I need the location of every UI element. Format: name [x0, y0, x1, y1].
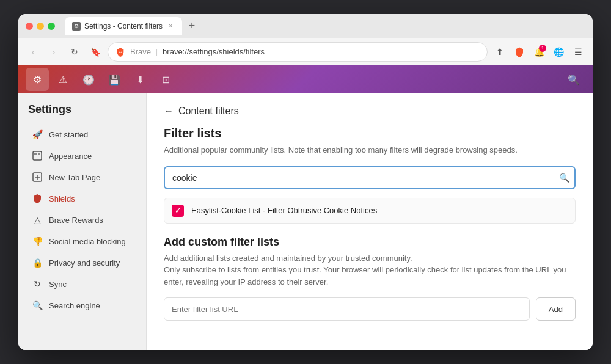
toolbar-history-button[interactable]: 🕐 — [77, 68, 100, 91]
sidebar-label-privacy-and-security: Privacy and security — [49, 258, 120, 268]
svg-rect-2 — [38, 153, 40, 155]
search-engine-icon: 🔍 — [32, 300, 43, 311]
sidebar-label-get-started: Get started — [49, 130, 88, 139]
filter-lists-heading: Filter lists — [164, 126, 576, 140]
sidebar-label-sync: Sync — [49, 280, 67, 289]
filter-search-input[interactable] — [164, 166, 576, 189]
sidebar-item-sync[interactable]: ↻ Sync — [22, 274, 142, 294]
content-panel: ← Content filters Filter lists Additiona… — [147, 93, 593, 350]
toolbar-downloads-button[interactable]: ⬇ — [128, 68, 152, 91]
privacy-security-icon: 🔒 — [32, 257, 43, 268]
address-url: brave://settings/shields/filters — [163, 47, 265, 56]
filter-url-input[interactable] — [164, 297, 530, 321]
custom-filter-heading: Add custom filter lists — [164, 236, 576, 249]
address-brand: Brave — [130, 47, 151, 56]
sidebar-item-get-started[interactable]: 🚀 Get started — [22, 124, 142, 145]
back-navigation[interactable]: ← Content filters — [164, 106, 576, 117]
toolbar: ⚙ ⚠ 🕐 💾 ⬇ ⊡ 🔍 — [18, 65, 593, 93]
tab-bar: ⚙ Settings - Content filters × + — [65, 17, 585, 35]
url-input-row: Add — [164, 297, 576, 321]
brave-logo-icon — [115, 47, 125, 57]
nav-actions: ⬆ 🔔 1 🌐 ☰ — [491, 43, 587, 60]
sidebar-title: Settings — [18, 103, 146, 123]
address-separator: | — [156, 48, 158, 56]
filter-lists-description: Additional popular community lists. Note… — [164, 144, 576, 156]
share-button[interactable]: ⬆ — [491, 43, 508, 60]
tab-favicon: ⚙ — [72, 22, 81, 31]
nav-bar: ‹ › ↻ 🔖 Brave | brave://settings/shields… — [18, 38, 593, 65]
filter-item-label: Easylist-Cookie List - Filter Obtrusive … — [191, 206, 377, 215]
close-window-button[interactable] — [26, 23, 33, 30]
new-tab-page-icon — [32, 172, 43, 183]
tab-title: Settings - Content filters — [84, 22, 163, 31]
sidebar-label-new-tab-page: New Tab Page — [49, 173, 100, 182]
sidebar-item-search-engine[interactable]: 🔍 Search engine — [22, 295, 142, 316]
search-icon: 🔍 — [559, 173, 569, 183]
sidebar-item-shields[interactable]: Shields — [22, 188, 142, 209]
sidebar-item-appearance[interactable]: Appearance — [22, 145, 142, 166]
traffic-lights — [26, 23, 55, 30]
notification-badge: 1 — [539, 45, 546, 52]
svg-rect-1 — [34, 153, 37, 155]
back-button[interactable]: ‹ — [24, 43, 42, 60]
reload-button[interactable]: ↻ — [66, 43, 83, 60]
sidebar-item-new-tab-page[interactable]: New Tab Page — [22, 167, 142, 187]
address-bar[interactable]: Brave | brave://settings/shields/filters — [108, 42, 488, 62]
appearance-icon — [32, 150, 43, 161]
get-started-icon: 🚀 — [32, 129, 43, 140]
forward-button[interactable]: › — [45, 43, 62, 60]
sidebar-label-social-media-blocking: Social media blocking — [49, 237, 126, 246]
sidebar-label-search-engine: Search engine — [49, 301, 100, 310]
sidebar-label-brave-rewards: Brave Rewards — [49, 216, 103, 225]
sidebar-label-shields: Shields — [49, 194, 75, 203]
sidebar-label-appearance: Appearance — [49, 151, 92, 161]
new-tab-button[interactable]: + — [185, 19, 199, 34]
social-media-blocking-icon: 👎 — [32, 236, 43, 247]
page-title: Content filters — [178, 106, 239, 117]
toolbar-warning-button[interactable]: ⚠ — [51, 68, 75, 91]
filter-checkbox[interactable] — [172, 205, 184, 217]
back-arrow-icon: ← — [164, 106, 174, 117]
add-filter-button[interactable]: Add — [536, 297, 576, 321]
toolbar-bookmarks-button[interactable]: 💾 — [103, 68, 126, 91]
toolbar-pip-button[interactable]: ⊡ — [154, 68, 177, 91]
profile-button[interactable]: 🌐 — [550, 43, 567, 60]
menu-button[interactable]: ☰ — [569, 43, 587, 60]
sync-icon: ↻ — [32, 278, 43, 289]
sidebar-item-social-media-blocking[interactable]: 👎 Social media blocking — [22, 231, 142, 252]
bookmark-button[interactable]: 🔖 — [87, 43, 104, 60]
sidebar-item-privacy-and-security[interactable]: 🔒 Privacy and security — [22, 252, 142, 273]
sidebar: Settings 🚀 Get started Appearance — [18, 93, 147, 350]
search-box-container: 🔍 — [164, 166, 576, 189]
shields-icon — [32, 193, 43, 204]
browser-window: ⚙ Settings - Content filters × + ‹ › ↻ 🔖… — [18, 14, 593, 350]
active-tab[interactable]: ⚙ Settings - Content filters × — [65, 17, 182, 35]
toolbar-search-button[interactable]: 🔍 — [562, 68, 585, 91]
minimize-window-button[interactable] — [37, 23, 44, 30]
filter-list-item: Easylist-Cookie List - Filter Obtrusive … — [164, 198, 576, 224]
maximize-window-button[interactable] — [48, 23, 55, 30]
custom-filter-description: Add additional lists created and maintai… — [164, 252, 576, 288]
rewards-button[interactable]: 🔔 1 — [530, 43, 547, 60]
toolbar-settings-button[interactable]: ⚙ — [26, 68, 49, 91]
brave-rewards-icon: △ — [32, 214, 43, 225]
tab-close-button[interactable]: × — [166, 22, 175, 31]
title-bar: ⚙ Settings - Content filters × + — [18, 14, 593, 38]
brave-shield-button[interactable] — [511, 43, 528, 60]
sidebar-item-brave-rewards[interactable]: △ Brave Rewards — [22, 209, 142, 230]
main-area: Settings 🚀 Get started Appearance — [18, 93, 593, 350]
